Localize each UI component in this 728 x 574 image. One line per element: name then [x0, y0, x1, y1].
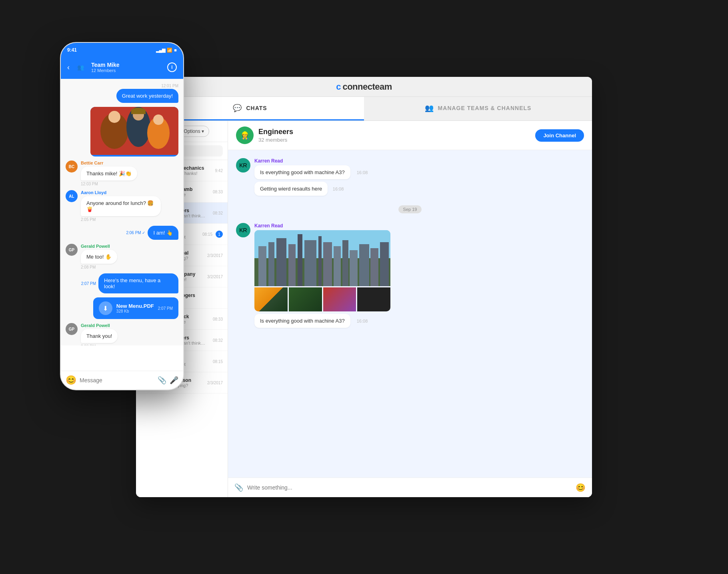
- gerald-time-2: 2:08 PM: [81, 344, 118, 345]
- img-thumb-2: [289, 287, 322, 311]
- signal-icon: ▂▄▆: [156, 48, 166, 53]
- city-skyline-svg: [254, 230, 390, 286]
- phone-nav-sub: 12 Members: [91, 68, 163, 73]
- gerald-avatar-1: GP: [66, 244, 78, 256]
- chat-time: 08:32: [213, 211, 223, 215]
- chat-header: 👷 Engineers 32 members Join Channel: [228, 121, 592, 150]
- message-input-area: 📎 😊: [228, 478, 592, 497]
- message-input[interactable]: [247, 484, 572, 491]
- svg-rect-5: [288, 244, 296, 286]
- chat-main-area: 👷 Engineers 32 members Join Channel: [228, 121, 592, 497]
- svg-rect-15: [380, 242, 389, 286]
- karren-avatar-2: KR: [236, 223, 250, 237]
- aaron-name: Aaron Lloyd: [81, 190, 161, 195]
- pdf-info: New Menu.PDF 328 Kb: [116, 303, 154, 313]
- msg-gerald-thank-you: GP Gerald Powell Thank you! 2:08 PM: [66, 323, 178, 345]
- wifi-icon: 📶: [167, 48, 172, 53]
- gerald-name-1: Gerald Powell: [81, 244, 117, 249]
- chat-header-actions: Join Channel: [535, 129, 584, 142]
- chat-time: 3/2/2017: [207, 275, 223, 279]
- msg-pdf: ⬇ New Menu.PDF 328 Kb 2:07 PM: [66, 297, 178, 319]
- msg-sender-2: Karren Read: [254, 223, 584, 229]
- logo-icon: c: [336, 82, 341, 92]
- join-channel-button[interactable]: Join Channel: [535, 129, 584, 142]
- msg-row: Is everything good with machine A3? 16:0…: [254, 165, 584, 179]
- phone-chat-area: 12:01 PM Great work yesterday!: [61, 79, 183, 345]
- gerald-name-2: Gerald Powell: [81, 323, 118, 328]
- msg-sender: Karren Read: [254, 158, 584, 164]
- msg-great-work: 12:01 PM Great work yesterday!: [66, 84, 178, 103]
- gerald-bubble-1: Me too! ✋: [81, 250, 117, 264]
- svg-rect-9: [323, 242, 332, 286]
- phone-time: 9:41: [67, 47, 77, 53]
- chat-time: 9:42: [215, 169, 223, 173]
- menu-text-time: 2:07 PM: [81, 281, 96, 286]
- window-titlebar: c connecteam: [136, 77, 592, 97]
- msg-bubble-2: Getting wierd resaults here: [254, 182, 328, 196]
- phone-message-input[interactable]: [80, 377, 154, 383]
- gerald-time-1: 2:08 PM: [81, 265, 117, 269]
- phone-nav-avatar: 👥: [74, 60, 87, 74]
- img-thumb-3: [323, 287, 356, 311]
- date-badge: Sep 19: [398, 205, 422, 213]
- img-main: [254, 230, 390, 286]
- msg-time-great: 12:01 PM: [161, 84, 178, 88]
- svg-rect-10: [334, 246, 341, 286]
- messages-area: KR Karren Read Is everything good with m…: [228, 150, 592, 478]
- status-icons: ▂▄▆ 📶 ■: [156, 48, 177, 53]
- phone-mic-button[interactable]: 🎤: [170, 376, 178, 385]
- svg-rect-7: [304, 240, 316, 286]
- aaron-avatar: AL: [66, 190, 78, 202]
- sent-check: 2:06 PM ✓: [126, 231, 145, 235]
- sent-i-am: 2:06 PM ✓ I am! 👆: [126, 226, 178, 240]
- phone-nav-name: Team Mike: [91, 62, 163, 68]
- phone-attach-button[interactable]: 📎: [158, 376, 166, 385]
- gerald-content-2: Gerald Powell Thank you! 2:08 PM: [81, 323, 118, 345]
- menu-text-content: 2:07 PM Here's the menu, have a look!: [81, 273, 178, 293]
- message-group-karren-1: KR Karren Read Is everything good with m…: [236, 158, 584, 196]
- phone-emoji-button[interactable]: 😊: [66, 375, 76, 385]
- msg-i-am: 2:06 PM ✓ I am! 👆: [66, 226, 178, 240]
- gerald-bubble-2: Thank you!: [81, 329, 118, 343]
- svg-rect-12: [350, 250, 358, 286]
- photo-bubble: [90, 107, 178, 157]
- chat-header-info: Engineers 32 members: [258, 128, 293, 143]
- msg-row-2: Getting wierd resaults here 16:08: [254, 182, 584, 196]
- phone-nav: ‹ 👥 Team Mike 12 Members i: [61, 57, 183, 79]
- battery-icon: ■: [174, 48, 177, 52]
- member-count: 32 members: [258, 137, 287, 143]
- pdf-icon: ⬇: [99, 301, 112, 315]
- svg-rect-2: [258, 246, 266, 286]
- img-thumb-4: [357, 287, 390, 311]
- aaron-time: 2:05 PM: [81, 217, 161, 222]
- tab-chats-label: CHATS: [246, 105, 267, 111]
- back-button[interactable]: ‹: [67, 63, 70, 72]
- chat-header-avatar: 👷: [236, 126, 254, 144]
- bettie-time: 12:03 PM: [81, 182, 137, 186]
- chat-time: 2/3/2017: [207, 381, 223, 385]
- svg-rect-4: [276, 238, 286, 286]
- pdf-attachment: ⬇ New Menu.PDF 328 Kb 2:07 PM: [93, 297, 178, 319]
- phone-nav-info: Team Mike 12 Members: [91, 62, 163, 73]
- info-button[interactable]: i: [167, 62, 177, 72]
- tab-manage[interactable]: 👥 MANAGE TEAMS & CHANNELS: [364, 97, 592, 120]
- img-caption-row: Is everything good with machine A3? 16:0…: [254, 314, 584, 328]
- msg-menu-text: 2:07 PM Here's the menu, have a look!: [66, 273, 178, 293]
- main-panel: + add new Options ▾ 🔍 👥 📌: [136, 121, 592, 497]
- logo-text: connecteam: [342, 82, 392, 92]
- phone-status-bar: 9:41 ▂▄▆ 📶 ■: [61, 43, 183, 57]
- chat-time: 08:15: [202, 232, 212, 237]
- pdf-content: ⬇ New Menu.PDF 328 Kb 2:07 PM: [93, 297, 178, 319]
- image-grid: [254, 230, 390, 311]
- emoji-button[interactable]: 😊: [576, 483, 586, 492]
- attach-button[interactable]: 📎: [234, 483, 243, 492]
- msg-time: 16:08: [357, 170, 368, 175]
- msg-content-2: Karren Read: [254, 223, 584, 328]
- svg-point-22: [153, 114, 164, 125]
- chat-time: 08:32: [213, 338, 223, 343]
- svg-rect-1: [254, 258, 390, 286]
- svg-rect-13: [359, 244, 369, 286]
- bettie-bubble: Thanks mike! 🎉👏: [81, 167, 137, 181]
- unread-badge: 1: [216, 231, 223, 238]
- svg-rect-3: [268, 242, 274, 286]
